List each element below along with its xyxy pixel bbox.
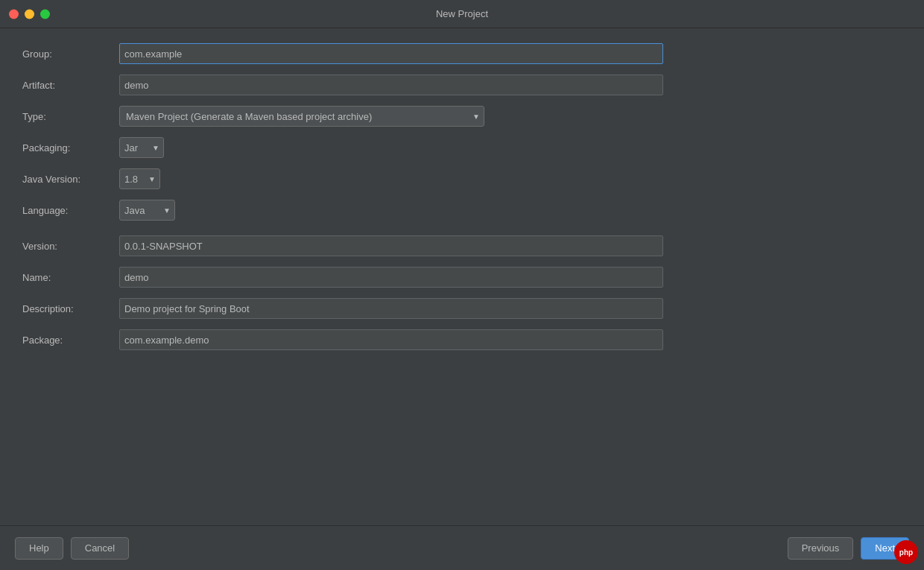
- language-select[interactable]: Java Kotlin Groovy: [119, 200, 175, 221]
- footer-right-buttons: Previous Next: [788, 537, 909, 560]
- version-label: Version:: [22, 241, 119, 252]
- language-row: Language: Java Kotlin Groovy ▼: [22, 200, 902, 221]
- java-version-row: Java Version: 1.8 11 17 ▼: [22, 168, 902, 189]
- artifact-label: Artifact:: [22, 80, 119, 91]
- java-version-dropdown-container: 1.8 11 17 ▼: [119, 168, 160, 189]
- package-label: Package:: [22, 335, 119, 346]
- maximize-button[interactable]: [40, 9, 50, 19]
- type-select[interactable]: Maven Project (Generate a Maven based pr…: [119, 106, 484, 127]
- window-title: New Project: [436, 8, 488, 19]
- description-input[interactable]: [119, 298, 663, 319]
- traffic-lights: [9, 9, 50, 19]
- type-row: Type: Maven Project (Generate a Maven ba…: [22, 106, 902, 127]
- form-content: Group: Artifact: Type: Maven Project (Ge…: [0, 28, 924, 376]
- cancel-button[interactable]: Cancel: [71, 537, 129, 560]
- name-label: Name:: [22, 272, 119, 283]
- java-version-label: Java Version:: [22, 174, 119, 185]
- footer: Help Cancel Previous Next: [0, 525, 924, 570]
- footer-left-buttons: Help Cancel: [15, 537, 129, 560]
- name-input[interactable]: [119, 267, 663, 288]
- title-bar: New Project: [0, 0, 924, 28]
- group-label: Group:: [22, 48, 119, 60]
- language-dropdown-container: Java Kotlin Groovy ▼: [119, 200, 175, 221]
- packaging-dropdown-container: Jar War ▼: [119, 137, 164, 158]
- group-row: Group:: [22, 43, 902, 64]
- description-row: Description:: [22, 298, 902, 319]
- artifact-row: Artifact:: [22, 75, 902, 95]
- version-input[interactable]: [119, 235, 663, 256]
- minimize-button[interactable]: [25, 9, 34, 19]
- previous-button[interactable]: Previous: [788, 537, 854, 560]
- watermark: php: [894, 540, 918, 564]
- type-dropdown-container: Maven Project (Generate a Maven based pr…: [119, 106, 484, 127]
- close-button[interactable]: [9, 9, 19, 19]
- packaging-label: Packaging:: [22, 142, 119, 153]
- package-row: Package:: [22, 329, 902, 350]
- package-input[interactable]: [119, 329, 663, 350]
- java-version-select[interactable]: 1.8 11 17: [119, 168, 160, 189]
- description-label: Description:: [22, 303, 119, 314]
- help-button[interactable]: Help: [15, 537, 63, 560]
- packaging-row: Packaging: Jar War ▼: [22, 137, 902, 158]
- name-row: Name:: [22, 267, 902, 288]
- type-label: Type:: [22, 111, 119, 122]
- version-row: Version:: [22, 235, 902, 256]
- artifact-input[interactable]: [119, 75, 663, 95]
- group-input[interactable]: [119, 43, 663, 64]
- packaging-select[interactable]: Jar War: [119, 137, 164, 158]
- language-label: Language:: [22, 205, 119, 216]
